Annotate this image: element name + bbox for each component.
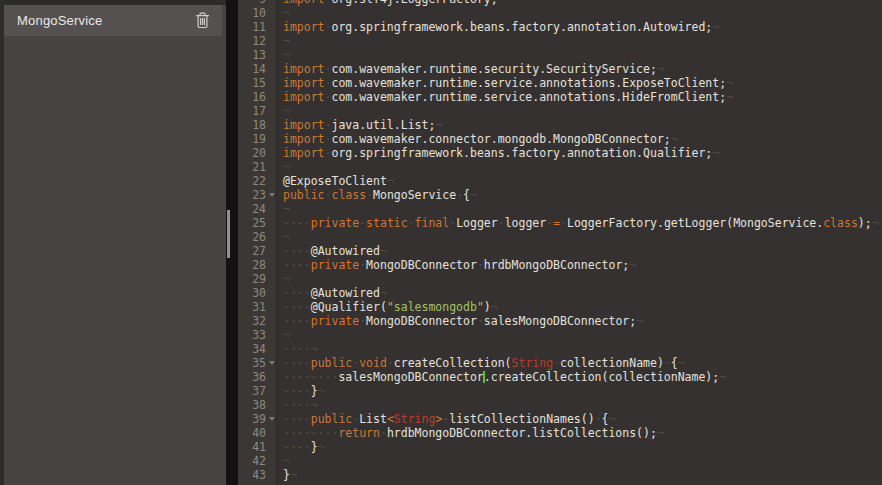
gutter-cell: 28 (238, 258, 277, 272)
code-line[interactable]: 27····@Autowired¬ (238, 244, 882, 258)
line-number: 11 (238, 20, 266, 34)
line-number: 22 (238, 174, 266, 188)
code-token: · (477, 314, 484, 328)
gutter-cell: 39 (238, 412, 277, 426)
code-line[interactable]: 20import·org.springframework.beans.facto… (238, 146, 882, 160)
newline-mark: ¬ (609, 412, 616, 426)
line-number: 40 (238, 426, 266, 440)
line-number: 37 (238, 384, 266, 398)
code-line[interactable]: 37····}¬ (238, 384, 882, 398)
sidebar-scrollbar-track[interactable] (226, 0, 238, 485)
code-token: MongoService (373, 188, 456, 202)
code-token: private (311, 216, 359, 230)
code-line[interactable]: 25····private·static·final·Logger·logger… (238, 216, 882, 230)
gutter-cell: 33 (238, 328, 277, 342)
fold-toggle-icon[interactable] (266, 193, 277, 197)
code-token: ···· (283, 398, 311, 412)
fold-toggle-icon[interactable] (266, 417, 277, 421)
fold-toggle-icon[interactable] (266, 361, 277, 365)
code-line[interactable]: 13¬ (238, 48, 882, 62)
gutter-cell: 32 (238, 314, 277, 328)
code-line[interactable]: 22@ExposeToClient¬ (238, 174, 882, 188)
line-number: 32 (238, 314, 266, 328)
sidebar-item-mongoservice[interactable]: MongoService (4, 5, 222, 36)
code-text: ¬ (277, 104, 290, 118)
code-token: @Autowired (311, 244, 380, 258)
code-line[interactable]: 19import·com.wavemaker.connector.mongodb… (238, 132, 882, 146)
code-line[interactable]: 26¬ (238, 230, 882, 244)
newline-mark: ¬ (387, 174, 394, 188)
gutter-cell: 36 (238, 370, 277, 384)
code-token: import (283, 20, 325, 34)
code-line[interactable]: 41····}¬ (238, 440, 882, 454)
code-text: }¬ (277, 468, 297, 482)
code-line[interactable]: 31····@Qualifier("salesmongodb")¬ (238, 300, 882, 314)
newline-mark: ¬ (283, 34, 290, 48)
code-token: com.wavemaker.runtime.service.annotation… (331, 90, 726, 104)
code-text: @ExposeToClient¬ (277, 174, 394, 188)
code-text: import·com.wavemaker.runtime.service.ann… (277, 90, 733, 104)
code-line[interactable]: 40········return·hrdbMongoDBConnector.li… (238, 426, 882, 440)
code-token: collectionName) (560, 356, 664, 370)
code-line[interactable]: 11import·org.springframework.beans.facto… (238, 20, 882, 34)
line-number: 33 (238, 328, 266, 342)
code-token: @ExposeToClient (283, 174, 387, 188)
code-line[interactable]: 35····public·void·createCollection(Strin… (238, 356, 882, 370)
code-line[interactable]: 32····private·MongoDBConnector·salesMong… (238, 314, 882, 328)
code-line[interactable]: 17¬ (238, 104, 882, 118)
sidebar-scrollbar-thumb[interactable] (227, 210, 230, 258)
gutter-cell: 35 (238, 356, 277, 370)
line-number: 38 (238, 398, 266, 412)
code-token: ···· (283, 342, 311, 356)
newline-mark: ¬ (678, 356, 685, 370)
code-text: ····}¬ (277, 440, 325, 454)
gutter-cell: 38 (238, 398, 277, 412)
gutter-cell: 40 (238, 426, 277, 440)
code-line[interactable]: 10¬ (238, 6, 882, 20)
code-token: · (664, 356, 671, 370)
code-line[interactable]: 15import·com.wavemaker.runtime.service.a… (238, 76, 882, 90)
code-text: import·org.springframework.beans.factory… (277, 146, 719, 160)
code-token: import (283, 76, 325, 90)
code-line[interactable]: 24¬ (238, 202, 882, 216)
line-number: 12 (238, 34, 266, 48)
code-line[interactable]: 28····private·MongoDBConnector·hrdbMongo… (238, 258, 882, 272)
code-line[interactable]: 21¬ (238, 160, 882, 174)
code-token: { (602, 412, 609, 426)
gutter-cell: 11 (238, 20, 277, 34)
code-token: ···· (283, 356, 311, 370)
newline-mark: ¬ (283, 160, 290, 174)
services-sidebar: MongoService (0, 0, 226, 485)
newline-mark: ¬ (380, 286, 387, 300)
gutter-cell: 25 (238, 216, 277, 230)
code-token: org.springframework.beans.factory.annota… (331, 20, 712, 34)
code-line[interactable]: 14import·com.wavemaker.runtime.security.… (238, 62, 882, 76)
code-line[interactable]: 39····public·List<String>·listCollection… (238, 412, 882, 426)
code-line[interactable]: 30····@Autowired¬ (238, 286, 882, 300)
line-number: 17 (238, 104, 266, 118)
code-line[interactable]: 12¬ (238, 34, 882, 48)
code-editor[interactable]: 9import·org.slf4j.LoggerFactory;¬10¬11im… (238, 0, 882, 485)
code-token: ···· (283, 412, 311, 426)
code-line[interactable]: 18import·java.util.List;¬ (238, 118, 882, 132)
code-line[interactable]: 43}¬ (238, 468, 882, 482)
code-line[interactable]: 34····¬ (238, 342, 882, 356)
service-editor-window: MongoService 9import·org.slf4j.LoggerFac… (0, 0, 882, 485)
code-line[interactable]: 16import·com.wavemaker.runtime.service.a… (238, 90, 882, 104)
code-token: ···· (283, 216, 311, 230)
code-token: · (366, 188, 373, 202)
gutter-cell: 15 (238, 76, 277, 90)
newline-mark: ¬ (318, 384, 325, 398)
gutter-cell: 24 (238, 202, 277, 216)
delete-service-button[interactable] (194, 12, 211, 30)
code-token: hrdbMongoDBConnector; (484, 258, 629, 272)
code-line[interactable]: 23public·class·MongoService·{¬ (238, 188, 882, 202)
code-line[interactable]: 29¬ (238, 272, 882, 286)
code-line[interactable]: 33¬ (238, 328, 882, 342)
newline-mark: ¬ (283, 230, 290, 244)
code-text: ¬ (277, 202, 290, 216)
code-line[interactable]: 38····¬ (238, 398, 882, 412)
line-number: 24 (238, 202, 266, 216)
code-line[interactable]: 36········salesMongoDBConnector.createCo… (238, 370, 882, 384)
code-line[interactable]: 42¬ (238, 454, 882, 468)
